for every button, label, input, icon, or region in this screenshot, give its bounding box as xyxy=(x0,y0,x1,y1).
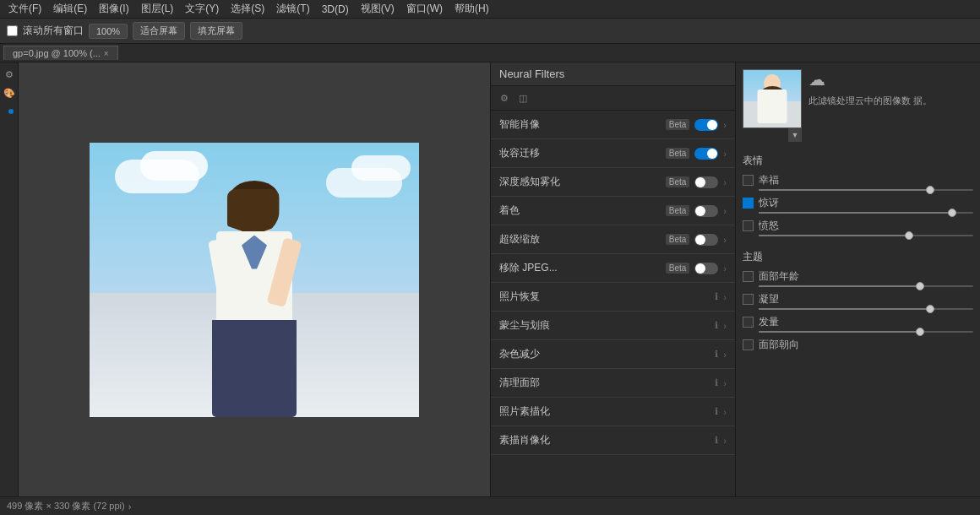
tab-close-btn[interactable]: × xyxy=(104,49,109,58)
happiness-checkbox[interactable] xyxy=(743,175,754,186)
panel-title: Neural Filters xyxy=(491,62,735,86)
filter-info-icon[interactable]: ℹ xyxy=(715,406,718,417)
toggle-knob xyxy=(707,149,717,159)
filter-arrow-icon[interactable]: › xyxy=(723,378,727,388)
menu-help[interactable]: 帮助(H) xyxy=(449,0,494,18)
menu-select[interactable]: 选择(S) xyxy=(226,0,270,18)
happiness-label: 幸福 xyxy=(759,173,779,187)
subject-title: 主题 xyxy=(743,250,973,264)
filter-arrow-icon[interactable]: › xyxy=(723,206,727,216)
subject-section: 主题 面部年龄 凝望 xyxy=(743,247,973,354)
filter-arrow-icon[interactable]: › xyxy=(723,263,727,274)
filter-arrow-icon[interactable]: › xyxy=(723,177,727,187)
toggle-switch[interactable] xyxy=(694,176,718,188)
anger-checkbox[interactable] xyxy=(743,220,754,231)
scroll-all-label: 滚动所有窗口 xyxy=(23,24,84,38)
hair-label: 发量 xyxy=(759,315,779,329)
zoom-value-btn[interactable]: 100% xyxy=(89,24,128,39)
filter-arrow-icon[interactable]: › xyxy=(723,407,727,417)
filter-info-icon[interactable]: ℹ xyxy=(715,377,718,388)
filter-item[interactable]: 智能肖像Beta› xyxy=(491,111,735,139)
filter-item[interactable]: 照片素描化ℹ› xyxy=(491,398,735,426)
filter-item[interactable]: 移除 JPEG...Beta› xyxy=(491,254,735,283)
menu-file[interactable]: 文件(F) xyxy=(3,0,46,18)
preview-dropdown-btn[interactable]: ▼ xyxy=(788,128,802,142)
tab-bar: gp=0.jpg @ 100% (... × xyxy=(0,44,980,62)
filter-info-icon[interactable]: ℹ xyxy=(715,349,718,360)
filter-icon[interactable]: ⚙ xyxy=(1,66,18,83)
filter-name: 妆容迁移 xyxy=(499,146,661,160)
toolbar: 滚动所有窗口 100% 适合屏幕 填充屏幕 xyxy=(0,19,980,44)
fit-screen-btn[interactable]: 适合屏幕 xyxy=(133,22,185,40)
subject-face-dir-row: 面部朝向 xyxy=(743,338,973,352)
preview-description: 此滤镜处理云中的图像数 据。 xyxy=(808,95,973,107)
filter-arrow-icon[interactable]: › xyxy=(723,321,727,331)
filter-item[interactable]: 妆容迁移Beta› xyxy=(491,139,735,168)
toggle-switch[interactable] xyxy=(694,234,718,246)
filter-arrow-icon[interactable]: › xyxy=(723,120,727,130)
hair-checkbox[interactable] xyxy=(743,317,754,328)
menu-layer[interactable]: 图层(L) xyxy=(136,0,179,18)
menu-window[interactable]: 窗口(W) xyxy=(401,0,448,18)
surprise-label: 惊讶 xyxy=(759,196,779,210)
anger-slider[interactable] xyxy=(759,235,973,236)
filter-item[interactable]: 素描肖像化ℹ› xyxy=(491,426,735,455)
scroll-all-windows-checkbox[interactable] xyxy=(7,25,18,36)
surprise-slider[interactable] xyxy=(759,212,973,214)
expression-title: 表情 xyxy=(743,154,973,168)
menu-edit[interactable]: 编辑(E) xyxy=(48,0,92,18)
filter-arrow-icon[interactable]: › xyxy=(723,350,727,360)
toggle-switch[interactable] xyxy=(694,148,718,160)
panel-settings-icon[interactable]: ⚙ xyxy=(496,89,513,106)
status-arrow[interactable]: › xyxy=(128,501,132,512)
age-checkbox[interactable] xyxy=(743,271,754,282)
filter-info-icon[interactable]: ℹ xyxy=(715,435,718,446)
filter-item[interactable]: 着色Beta› xyxy=(491,197,735,225)
anger-label: 愤怒 xyxy=(759,219,779,233)
menu-view[interactable]: 视图(V) xyxy=(356,0,400,18)
menu-filter[interactable]: 滤镜(T) xyxy=(271,0,314,18)
menu-image[interactable]: 图像(I) xyxy=(94,0,133,18)
toggle-switch[interactable] xyxy=(694,205,718,217)
gaze-slider-row xyxy=(743,308,973,310)
toggle-knob xyxy=(695,177,705,187)
filter-info-icon[interactable]: ℹ xyxy=(715,320,718,331)
menu-3d[interactable]: 3D(D) xyxy=(317,2,354,17)
toggle-switch[interactable] xyxy=(694,263,718,274)
tab-label: gp=0.jpg @ 100% (... xyxy=(13,48,101,58)
tab-main[interactable]: gp=0.jpg @ 100% (... × xyxy=(3,46,118,60)
age-slider[interactable] xyxy=(759,285,973,287)
main-area: ⚙ 🎨 xyxy=(0,62,980,496)
filter-arrow-icon[interactable]: › xyxy=(723,292,727,302)
preview-thumbnail xyxy=(743,69,802,128)
preview-section: ▼ ☁ 此滤镜处理云中的图像数 据。 xyxy=(743,69,973,142)
menu-text[interactable]: 文字(Y) xyxy=(180,0,224,18)
toggle-knob xyxy=(695,235,705,245)
expression-section: 表情 幸福 惊讶 xyxy=(743,150,973,241)
face-dir-checkbox[interactable] xyxy=(743,339,754,350)
filter-name: 移除 JPEG... xyxy=(499,261,661,275)
gaze-slider[interactable] xyxy=(759,308,973,310)
happiness-slider[interactable] xyxy=(759,189,973,191)
filter-arrow-icon[interactable]: › xyxy=(723,436,727,446)
layer-icon[interactable]: 🎨 xyxy=(1,84,18,101)
filter-info-icon[interactable]: ℹ xyxy=(715,291,718,302)
status-text: 499 像素 × 330 像素 (72 ppi) xyxy=(7,500,125,512)
panel-layers-icon[interactable]: ◫ xyxy=(514,89,531,106)
filter-list: 智能肖像Beta›妆容迁移Beta›深度感知雾化Beta›着色Beta›超级缩放… xyxy=(491,111,735,496)
toggle-switch[interactable] xyxy=(694,119,718,131)
hair-slider[interactable] xyxy=(759,331,973,333)
fill-screen-btn[interactable]: 填充屏幕 xyxy=(190,22,242,40)
filter-badge: Beta xyxy=(666,176,690,187)
gaze-checkbox[interactable] xyxy=(743,294,754,305)
filter-item[interactable]: 杂色减少ℹ› xyxy=(491,340,735,369)
filter-item[interactable]: 超级缩放Beta› xyxy=(491,225,735,254)
filter-arrow-icon[interactable]: › xyxy=(723,235,727,245)
surprise-checkbox[interactable] xyxy=(743,198,754,209)
filter-item[interactable]: 清理面部ℹ› xyxy=(491,369,735,398)
filter-item[interactable]: 深度感知雾化Beta› xyxy=(491,168,735,197)
filter-arrow-icon[interactable]: › xyxy=(723,149,727,159)
filter-item[interactable]: 照片恢复ℹ› xyxy=(491,283,735,312)
menu-bar: 文件(F) 编辑(E) 图像(I) 图层(L) 文字(Y) 选择(S) 滤镜(T… xyxy=(0,0,980,19)
filter-item[interactable]: 蒙尘与划痕ℹ› xyxy=(491,312,735,340)
